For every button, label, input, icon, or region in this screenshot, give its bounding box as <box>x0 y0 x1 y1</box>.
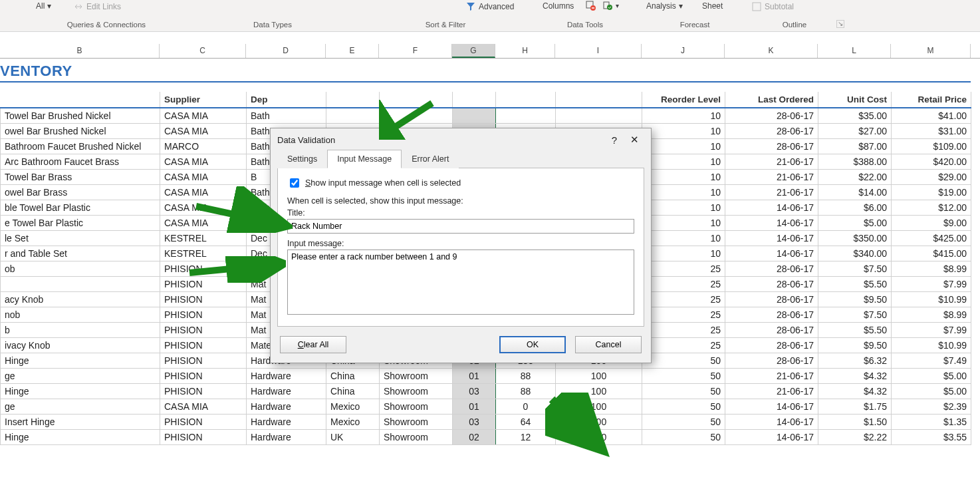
cell[interactable]: $7.99 <box>892 277 971 292</box>
cell[interactable]: ivacy Knob <box>1 338 160 353</box>
cell[interactable]: $7.50 <box>818 307 892 323</box>
cell[interactable]: Showroom <box>380 415 453 430</box>
cell[interactable]: 10 <box>642 200 725 216</box>
cell[interactable]: $109.00 <box>892 139 971 154</box>
cell[interactable]: China <box>326 384 380 399</box>
cell[interactable]: 50 <box>642 430 725 445</box>
cell[interactable]: 28-06-17 <box>725 139 818 154</box>
cell[interactable]: PHISION <box>160 338 247 353</box>
cell[interactable]: $4.32 <box>818 384 892 399</box>
cell[interactable]: 03 <box>453 415 496 430</box>
tab-settings[interactable]: Settings <box>277 150 327 168</box>
cell[interactable]: 25 <box>642 307 725 323</box>
cell[interactable]: Showroom <box>380 369 453 384</box>
cell[interactable]: Hardware <box>247 430 326 445</box>
cell[interactable]: nob <box>1 307 160 323</box>
cell[interactable]: owel Bar Brushed Nickel <box>1 124 160 139</box>
cell[interactable]: $9.50 <box>818 338 892 353</box>
cell[interactable]: $5.00 <box>818 216 892 231</box>
cell[interactable]: 28-06-17 <box>725 124 818 139</box>
cell[interactable]: $425.00 <box>892 231 971 246</box>
col-i[interactable]: I <box>555 44 642 58</box>
cell[interactable]: $7.99 <box>892 323 971 338</box>
cell[interactable]: 10 <box>642 139 725 154</box>
cell[interactable]: Hardware <box>247 369 326 384</box>
cell[interactable]: $4.32 <box>818 369 892 384</box>
cell[interactable]: Showroom <box>380 399 453 415</box>
cell[interactable]: Bath <box>247 108 326 124</box>
cell[interactable]: $350.00 <box>818 231 892 246</box>
cell[interactable] <box>380 108 453 124</box>
cell[interactable]: PHISION <box>160 415 247 430</box>
cell[interactable]: Mexico <box>326 399 380 415</box>
cell[interactable]: 21-06-17 <box>725 185 818 200</box>
whatif-analysis-button[interactable]: Analysis▾ <box>646 1 683 11</box>
cell[interactable]: 50 <box>642 415 725 430</box>
tab-error-alert[interactable]: Error Alert <box>402 150 459 168</box>
cell[interactable]: $5.50 <box>818 277 892 292</box>
cell[interactable]: 100 <box>556 384 642 399</box>
cell[interactable]: 100 <box>556 399 642 415</box>
cell[interactable]: PHISION <box>160 277 247 292</box>
cell[interactable]: $87.00 <box>818 139 892 154</box>
ok-button[interactable]: OK <box>499 336 566 353</box>
cell[interactable]: 21-06-17 <box>725 170 818 185</box>
table-row[interactable]: gePHISIONHardwareChinaShowroom0188100502… <box>1 369 971 384</box>
table-row[interactable]: HingePHISIONHardwareUKShowroom0212100501… <box>1 430 971 445</box>
cell[interactable]: e Towel Bar Plastic <box>1 216 160 231</box>
col-c[interactable]: C <box>160 44 246 58</box>
cell[interactable]: CASA MIA <box>160 154 247 170</box>
cell[interactable]: $6.00 <box>818 200 892 216</box>
cell[interactable]: $6.32 <box>818 353 892 369</box>
outline-launcher-icon[interactable]: ↘ <box>836 20 844 28</box>
cell[interactable]: 28-06-17 <box>725 292 818 307</box>
cell[interactable]: 21-06-17 <box>725 369 818 384</box>
cell[interactable]: 14-06-17 <box>725 415 818 430</box>
clear-all-button[interactable]: Clear All <box>280 336 346 353</box>
cell[interactable]: 25 <box>642 292 725 307</box>
cell[interactable]: 14-06-17 <box>725 216 818 231</box>
cell[interactable]: $1.75 <box>818 399 892 415</box>
cell[interactable] <box>326 108 380 124</box>
cell[interactable]: ge <box>1 369 160 384</box>
col-f[interactable]: F <box>379 44 452 58</box>
col-h[interactable]: H <box>495 44 555 58</box>
cell[interactable]: 01 <box>453 369 496 384</box>
cancel-button[interactable]: Cancel <box>575 336 642 353</box>
col-g[interactable]: G <box>452 44 495 58</box>
cell[interactable]: ge <box>1 399 160 415</box>
cell[interactable]: $8.99 <box>892 307 971 323</box>
title-input[interactable] <box>287 219 634 234</box>
cell[interactable]: ob <box>1 261 160 277</box>
cell[interactable]: $340.00 <box>818 246 892 261</box>
cell[interactable]: $10.99 <box>892 338 971 353</box>
dialog-titlebar[interactable]: Data Validation ? ✕ <box>271 128 651 150</box>
col-e[interactable]: E <box>326 44 379 58</box>
cell[interactable]: 21-06-17 <box>725 384 818 399</box>
cell[interactable]: 10 <box>642 231 725 246</box>
cell[interactable]: 10 <box>642 108 725 124</box>
cell[interactable]: 28-06-17 <box>725 323 818 338</box>
cell[interactable]: 28-06-17 <box>725 307 818 323</box>
column-headers[interactable]: B C D E F G H I J K L M <box>0 44 980 59</box>
close-button[interactable]: ✕ <box>624 134 644 146</box>
cell[interactable]: $9.00 <box>892 216 971 231</box>
cell[interactable]: $3.55 <box>892 430 971 445</box>
cell[interactable]: $31.00 <box>892 124 971 139</box>
cell[interactable]: $5.00 <box>892 384 971 399</box>
cell[interactable]: 28-06-17 <box>725 338 818 353</box>
cell[interactable]: 64 <box>496 415 556 430</box>
cell[interactable]: 50 <box>642 369 725 384</box>
cell[interactable]: 10 <box>642 185 725 200</box>
cell[interactable]: 25 <box>642 323 725 338</box>
cell[interactable]: CASA MIA <box>160 216 247 231</box>
cell[interactable]: 14-06-17 <box>725 246 818 261</box>
cell[interactable]: 12 <box>496 430 556 445</box>
cell[interactable]: 02 <box>453 430 496 445</box>
cell[interactable]: Hinge <box>1 353 160 369</box>
cell[interactable]: $29.00 <box>892 170 971 185</box>
cell[interactable]: Hinge <box>1 430 160 445</box>
cell[interactable]: 88 <box>496 384 556 399</box>
cell[interactable]: b <box>1 323 160 338</box>
cell[interactable]: PHISION <box>160 323 247 338</box>
